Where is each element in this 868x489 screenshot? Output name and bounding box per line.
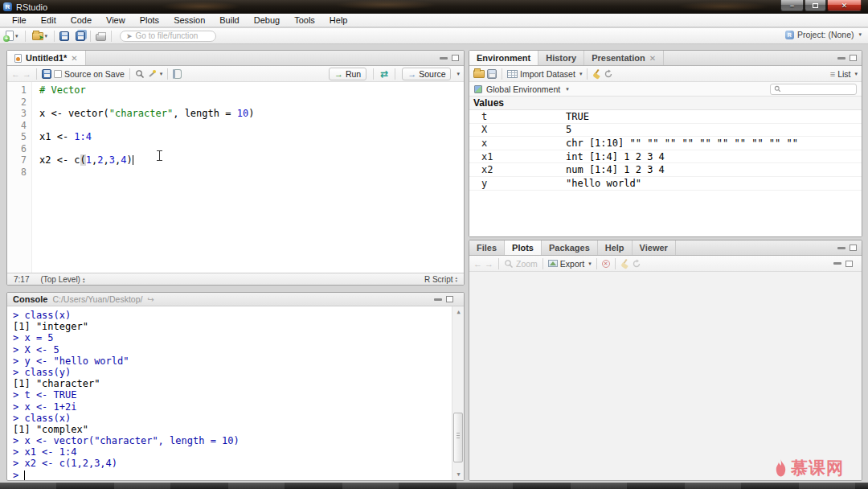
- remove-plot-icon[interactable]: ✕: [602, 260, 610, 268]
- maximize-pane-icon[interactable]: [850, 55, 857, 61]
- maximize-pane-icon[interactable]: [452, 55, 459, 61]
- environment-row[interactable]: X5: [469, 124, 862, 138]
- scroll-down-icon[interactable]: ▼: [452, 469, 464, 480]
- environment-row[interactable]: y"hello world": [469, 177, 862, 191]
- console-header[interactable]: Console C:/Users/Yuan/Desktop/ ↪: [7, 293, 464, 306]
- tab-files[interactable]: Files: [469, 240, 505, 255]
- maximize-pane-icon[interactable]: [446, 296, 453, 302]
- console-line[interactable]: > X <- 5: [13, 344, 449, 355]
- minimize-pane-icon[interactable]: [434, 298, 442, 301]
- code-lines[interactable]: # Vectorx <- vector("character", length …: [32, 82, 464, 273]
- scope-selector[interactable]: (Top Level)▴▾: [40, 275, 84, 284]
- code-line[interactable]: x <- vector("character", length = 10): [39, 108, 464, 120]
- tab-presentation[interactable]: Presentation✕: [584, 51, 664, 65]
- maximize-button[interactable]: [805, 0, 826, 11]
- refresh-icon[interactable]: [604, 69, 613, 79]
- environment-search-input[interactable]: [770, 84, 857, 95]
- console-line[interactable]: > class(x): [13, 310, 449, 321]
- menu-tools[interactable]: Tools: [287, 15, 322, 25]
- environment-row[interactable]: xchr [1:10] "" "" "" "" "" "" "" "" "" "…: [469, 137, 862, 150]
- clear-workspace-icon[interactable]: [592, 69, 601, 78]
- console-line[interactable]: > x = 5: [13, 332, 449, 343]
- code-line[interactable]: [39, 120, 464, 132]
- print-button[interactable]: [96, 34, 106, 41]
- find-replace-icon[interactable]: [135, 69, 145, 79]
- tab-close-icon[interactable]: ✕: [71, 54, 77, 63]
- environment-row[interactable]: x1int [1:4] 1 2 3 4: [469, 150, 862, 164]
- tab-close-icon[interactable]: ✕: [649, 54, 656, 63]
- console-line[interactable]: [1] "integer": [13, 321, 449, 332]
- console-line[interactable]: > class(x): [13, 413, 449, 424]
- save-workspace-icon[interactable]: [487, 69, 497, 79]
- menu-edit[interactable]: Edit: [34, 15, 63, 25]
- rerun-icon[interactable]: ⇄: [380, 68, 388, 80]
- code-editor[interactable]: 12345678 # Vectorx <- vector("character"…: [7, 82, 464, 273]
- goto-file-input[interactable]: ➤ Go to file/function: [120, 31, 216, 42]
- menu-plots[interactable]: Plots: [133, 15, 166, 25]
- menu-debug[interactable]: Debug: [247, 15, 287, 25]
- code-line[interactable]: x1 <- 1:4: [39, 131, 464, 143]
- console-line[interactable]: > x1 <- 1:4: [13, 446, 449, 458]
- code-line[interactable]: x2 <- c(1,2,3,4): [39, 154, 464, 166]
- file-type-selector[interactable]: R Script▴▾: [424, 275, 457, 284]
- environment-row[interactable]: x2num [1:4] 1 2 3 4: [469, 163, 862, 177]
- minimize-pane-icon[interactable]: [837, 247, 845, 249]
- back-icon[interactable]: ←: [11, 69, 20, 79]
- export-button[interactable]: Export: [560, 259, 584, 269]
- source-button[interactable]: → Source: [402, 68, 451, 80]
- tab-history[interactable]: History: [538, 51, 584, 65]
- title-bar[interactable]: R RStudio – ✕: [0, 0, 868, 14]
- scroll-up-icon[interactable]: ▲: [452, 306, 464, 318]
- console-line[interactable]: [1] "character": [13, 378, 449, 389]
- zoom-button[interactable]: Zoom: [516, 259, 538, 269]
- maximize-pane-icon[interactable]: [845, 261, 853, 267]
- close-button[interactable]: ✕: [827, 0, 862, 11]
- tab-plots[interactable]: Plots: [505, 240, 542, 255]
- console-line[interactable]: [1] "complex": [13, 424, 449, 435]
- menu-help[interactable]: Help: [322, 15, 355, 25]
- project-selector[interactable]: R Project: (None) ▾: [785, 30, 862, 39]
- console-line[interactable]: >: [13, 470, 449, 480]
- clear-plots-icon[interactable]: [620, 259, 629, 268]
- menu-view[interactable]: View: [99, 15, 133, 25]
- menu-file[interactable]: File: [5, 15, 34, 25]
- menu-build[interactable]: Build: [212, 15, 246, 25]
- scrollbar-thumb[interactable]: [453, 413, 463, 463]
- maximize-pane-icon[interactable]: [850, 244, 857, 251]
- next-plot-icon[interactable]: →: [485, 259, 493, 269]
- console-line[interactable]: > class(y): [13, 367, 449, 378]
- previous-plot-icon[interactable]: ←: [473, 259, 482, 269]
- save-script-button[interactable]: [42, 69, 51, 79]
- console-line[interactable]: > x <- 1+2i: [13, 401, 449, 413]
- code-line[interactable]: # Vector: [39, 84, 464, 97]
- global-env-selector[interactable]: Global Environment: [486, 84, 560, 94]
- tab-untitled1[interactable]: Untitled1* ✕: [7, 51, 86, 65]
- windows-taskbar[interactable]: [0, 483, 868, 489]
- console-output[interactable]: > class(x)[1] "integer"> x = 5> X <- 5> …: [7, 306, 464, 480]
- console-line[interactable]: > x2 <- c(1,2,3,4): [13, 458, 449, 469]
- forward-icon[interactable]: →: [23, 69, 31, 79]
- minimize-pane-icon[interactable]: [837, 57, 845, 60]
- code-line[interactable]: [39, 143, 464, 155]
- console-line[interactable]: > t <- TRUE: [13, 389, 449, 401]
- tab-help[interactable]: Help: [598, 240, 633, 255]
- save-button[interactable]: [59, 31, 69, 41]
- open-file-button[interactable]: ➤ ▾: [31, 32, 50, 40]
- goto-directory-icon[interactable]: ↪: [147, 295, 154, 304]
- menu-code[interactable]: Code: [63, 15, 99, 25]
- compile-notebook-icon[interactable]: [173, 69, 182, 79]
- run-button[interactable]: → Run: [329, 68, 366, 80]
- import-dataset-button[interactable]: Import Dataset: [520, 69, 575, 79]
- refresh-plot-icon[interactable]: [632, 259, 641, 269]
- save-all-button[interactable]: [76, 31, 85, 41]
- tab-packages[interactable]: Packages: [542, 240, 598, 255]
- code-tools-icon[interactable]: [147, 69, 156, 78]
- console-scrollbar[interactable]: ▲ ▼: [452, 306, 464, 480]
- minimize-button[interactable]: –: [780, 0, 804, 11]
- code-line[interactable]: [39, 166, 464, 179]
- code-line[interactable]: [39, 97, 464, 109]
- load-workspace-icon[interactable]: [473, 70, 485, 78]
- minimize-pane-icon[interactable]: [440, 57, 448, 60]
- list-view-selector[interactable]: ≡ List ▾: [830, 69, 858, 79]
- menu-session[interactable]: Session: [166, 15, 212, 25]
